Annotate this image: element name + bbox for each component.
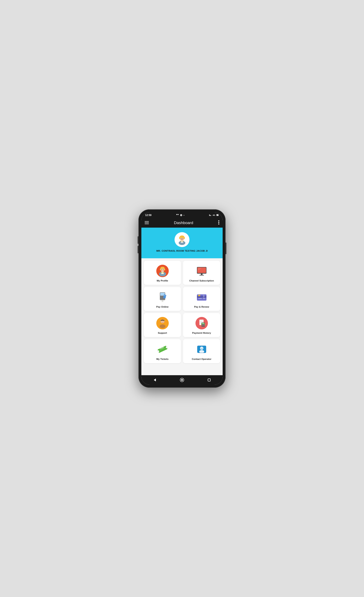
svg-rect-61 [198,295,200,296]
svg-rect-87 [203,325,203,326]
back-button[interactable] [152,377,158,383]
svg-rect-1 [178,214,179,215]
user-avatar [174,232,190,247]
recents-button[interactable] [206,377,212,383]
power-button[interactable] [226,243,226,254]
svg-rect-85 [204,324,204,325]
svg-rect-46 [162,296,163,297]
my-profile-card[interactable]: My Profile [144,261,181,285]
svg-rect-53 [163,298,164,299]
svg-rect-82 [202,323,204,324]
status-time: 12:59 [145,214,151,217]
svg-rect-5 [210,215,210,216]
svg-rect-83 [202,324,203,325]
svg-rect-7 [217,215,218,216]
svg-point-28 [160,267,165,269]
svg-rect-86 [202,325,203,326]
pay-online-card[interactable]: Pay Online [144,287,181,311]
phone-screen: 12:59 • 4G Dashboard [141,212,223,385]
svg-point-25 [183,238,183,239]
svg-point-12 [218,220,219,221]
my-tickets-icon: Ticket [156,343,169,356]
page-title: Dashboard [174,220,193,225]
svg-point-29 [160,268,161,270]
svg-point-102 [181,379,183,381]
svg-point-97 [201,348,201,349]
payment-history-icon: $ [195,317,208,330]
dashboard-grid-area: My Profile [141,258,223,375]
svg-rect-65 [198,298,202,299]
svg-point-72 [160,324,166,328]
pay-renew-label: Pay & Renew [194,306,209,308]
svg-rect-49 [162,297,163,298]
phone-frame: 12:59 • 4G Dashboard [138,209,226,388]
support-label: Support [158,332,167,334]
svg-rect-103 [208,379,210,381]
payment-history-card[interactable]: $ Payment History [183,313,220,337]
svg-point-96 [199,350,204,353]
status-notifications: • [176,214,184,217]
svg-rect-60 [197,296,206,298]
payment-history-label: Payment History [192,332,211,334]
my-profile-label: My Profile [157,279,168,282]
svg-point-3 [181,215,182,216]
svg-rect-48 [160,297,161,298]
home-button[interactable] [179,377,185,383]
svg-rect-88 [204,325,204,326]
pay-renew-icon [195,291,208,304]
svg-point-13 [218,222,219,223]
svg-point-22 [179,237,180,239]
svg-rect-4 [209,215,210,216]
svg-point-98 [202,348,203,349]
svg-rect-6 [211,215,211,216]
pay-renew-card[interactable]: Pay & Renew [183,287,220,311]
svg-rect-0 [176,214,177,215]
status-icons: 4G [209,214,219,217]
dashboard-grid: My Profile [144,261,220,363]
bottom-nav-bar [141,375,223,385]
svg-rect-52 [162,298,163,299]
svg-point-24 [181,238,182,239]
svg-point-14 [218,223,219,225]
top-app-bar: Dashboard [141,218,223,228]
svg-rect-11 [145,224,149,224]
my-tickets-label: My Tickets [156,358,168,360]
svg-rect-45 [160,296,161,297]
svg-point-36 [161,269,162,270]
svg-point-23 [184,237,185,239]
svg-rect-40 [201,274,203,275]
svg-rect-51 [160,298,161,299]
vol-down-button[interactable] [138,246,138,253]
svg-rect-66 [203,298,205,299]
support-card[interactable]: Support [144,313,181,337]
svg-rect-10 [145,222,149,223]
my-tickets-card[interactable]: Ticket My Tickets [144,339,181,363]
contact-operator-icon [195,343,208,356]
user-name: MR. CONTRAOL ROOM TESTING JACOB JI [156,250,208,252]
hero-banner: MR. CONTRAOL ROOM TESTING JACOB JI [141,228,223,258]
pay-online-icon [156,291,169,304]
svg-point-95 [200,346,203,350]
channel-subscription-icon [195,265,208,277]
svg-rect-54 [161,300,164,302]
vol-up-button[interactable] [138,236,138,244]
channel-subscription-label: Channel Subscription [189,279,214,282]
svg-point-21 [180,236,184,238]
contact-operator-label: Contact Operator [192,358,211,360]
svg-rect-84 [203,324,203,325]
svg-rect-8 [218,215,219,216]
hamburger-menu-icon[interactable] [145,221,149,225]
channel-subscription-card[interactable]: Channel Subscription [183,261,220,285]
pay-online-label: Pay Online [156,306,168,308]
more-options-icon[interactable] [218,220,219,226]
svg-point-30 [164,268,165,270]
contact-operator-card[interactable]: Contact Operator [183,339,220,363]
svg-marker-100 [154,378,156,381]
svg-rect-41 [199,275,204,275]
svg-rect-9 [145,221,149,222]
support-icon [156,317,169,330]
svg-point-37 [163,269,164,270]
status-bar: 12:59 • 4G [141,212,223,218]
my-profile-icon [156,265,169,277]
